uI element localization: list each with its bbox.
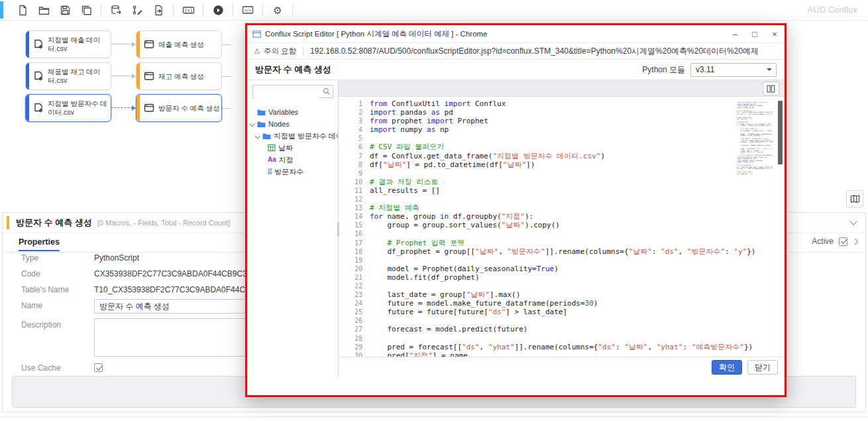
py-node-icon [144,103,154,113]
line-number: 30 [339,351,370,357]
tree-item-label: 지점별 방문자수 데이터.csv [274,131,338,141]
scrollbar-thumb[interactable] [778,101,783,164]
maximize-button[interactable]: □ [745,25,765,42]
field-label: Code [21,267,94,278]
code-line: 26 [339,316,785,325]
field-value: CX353938DF2C77C3C9ABDA0F44CB9C3AB2 [94,267,262,278]
flow-node-target[interactable]: 재고 예측 생성 [136,62,222,90]
use-cache-checkbox[interactable] [94,363,103,372]
tree-item[interactable]: 1234방문자수 [247,166,338,178]
editor-footer: 확인 닫기 [339,357,785,377]
window-titlebar[interactable]: Conflux Script Editor [ Python 시계열 예측 데이… [247,25,785,43]
field-label: Type [21,251,94,263]
tree-item[interactable]: Aa지점 [247,154,338,166]
csv-node-icon [33,71,44,82]
line-number: 27 [339,325,370,333]
flow-node-target[interactable]: 매출 예측 생성 [136,30,222,58]
tree-item[interactable]: 지점별 방문자수 데이터.csv [247,130,338,142]
toolbar-transform-button[interactable] [129,2,146,18]
toolbar-save-all-button[interactable] [78,2,95,18]
line-number: 24 [339,299,370,308]
code-line: 5 [339,134,785,143]
code-line: 28 [339,334,785,343]
expander-chevron-icon[interactable] [250,120,257,128]
editor-toolbar [339,80,785,97]
flow-node-source[interactable]: 제품별 재고 데이터.csv [25,62,111,90]
line-number: 15 [339,221,370,229]
toolbar-save-button[interactable] [56,2,74,18]
flow-node-target[interactable]: 방문자 수 예측 생성 [136,94,222,122]
address-bar[interactable]: ⚠ 주의 요함 192.168.0.52:8087/AUD/500/conflu… [247,43,785,60]
line-number: 12 [339,195,370,204]
tree-item[interactable]: 날짜 [247,142,338,154]
code-line: 24 future = model.make_future_dataframe(… [339,299,785,308]
node-output-stub [222,76,231,77]
node-stripe [136,31,140,58]
code-line: 2import pandas as pd [339,108,785,117]
accent-bar [0,1,3,19]
chevron-down-icon [767,68,772,71]
python-version-select[interactable]: v3.11 [690,63,777,77]
top-toolbar: {x}</>⚙ AUD Conflux [0,0,868,21]
line-number: 5 [339,134,370,143]
code-line: 13# 지점별 예측 [339,204,785,212]
url-divider [303,46,303,56]
confirm-button[interactable]: 확인 [712,360,742,375]
toolbar-run-button[interactable] [209,2,227,18]
toolbar-icons: {x}</>⚙ [12,2,297,18]
node-label: 지점별 매출 데이터.csv [48,36,111,53]
field-label: Table's Name [21,283,94,294]
code-line: 6# CSV 파일 불러오기 [339,143,785,151]
python-version-value: v3.11 [691,65,767,74]
flow-node-source[interactable]: 지점별 매출 데이터.csv [25,30,111,58]
node-stripe [26,95,29,121]
search-input[interactable] [255,86,320,98]
code-line: 19 [339,256,785,265]
code-line: 10# 결과 저장 리스트 [339,178,785,186]
toolbar-code-window-button[interactable]: </> [239,2,256,18]
flow-connector [111,94,136,122]
toolbar-separator [292,4,293,16]
date-field-icon [268,144,276,152]
tab-properties[interactable]: Properties [19,237,60,251]
line-number: 3 [339,117,370,125]
tree-search[interactable] [252,85,333,98]
code-line: 21 model.fit(df_prophet) [339,273,785,282]
tree-item-label: Nodes [268,120,290,128]
toolbar-separator [101,4,101,16]
toolbar-open-folder-button[interactable] [35,2,52,18]
toolbar-settings-button[interactable]: ⚙ [269,2,286,18]
csv-node-icon [33,103,44,113]
line-number: 11 [339,186,370,195]
toolbar-variable-button[interactable]: {x} [180,2,197,18]
code-line: 4import numpy as np [339,125,785,134]
line-number: 9 [339,169,370,178]
close-button[interactable]: × [765,25,785,42]
split-view-button[interactable] [763,82,779,95]
field-label: Use Cache [21,361,94,373]
tree-item[interactable]: Variables [247,106,338,118]
py-node-icon [144,71,154,82]
overview-map-button[interactable] [846,190,863,208]
minimize-button[interactable]: – [725,25,745,42]
toolbar-separator [203,4,203,16]
active-chevron-icon[interactable] [852,238,859,245]
toolbar-separator [173,4,174,16]
line-number: 21 [339,273,370,282]
expander-chevron-icon[interactable] [256,132,262,140]
tree-item[interactable]: Nodes [247,118,338,130]
line-number: 10 [339,178,370,186]
flow-node-source[interactable]: 지점별 방문자수 데이터.csv [25,94,111,122]
active-checkbox[interactable] [839,237,847,246]
code-area[interactable]: 1from ConfluxUtil import Conflux2import … [339,97,785,357]
python-module-label: Python 모듈 [642,64,685,76]
toolbar-new-file-button[interactable] [14,2,31,18]
node-stripe [136,63,140,90]
toolbar-export-button[interactable] [150,2,167,18]
code-line: 29 pred = forecast[["ds", "yhat"]].renam… [339,343,785,351]
toolbar-db-import-button[interactable] [107,2,125,18]
page-divider [0,416,868,417]
cancel-button[interactable]: 닫기 [747,360,778,375]
screen: {x}</>⚙ AUD Conflux 지점별 매출 데이터.csv매출 예측 … [0,0,868,421]
collapse-panel-chevron-icon[interactable] [849,217,857,225]
